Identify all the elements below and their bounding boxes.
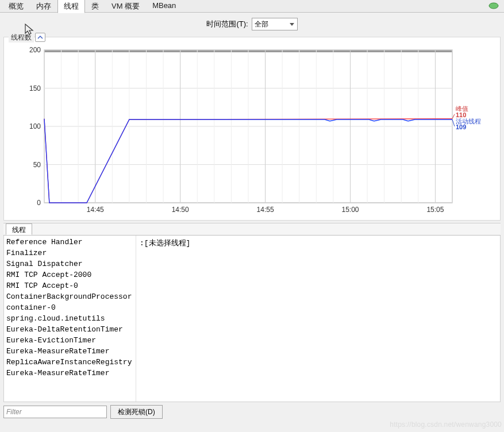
thread-list[interactable]: Reference HandlerFinalizerSignal Dispatc… <box>4 236 136 402</box>
threads-sub-tabbar: 线程 <box>3 223 501 236</box>
thread-list-item[interactable]: ContainerBackgroundProcessor <box>6 291 133 302</box>
dotted-lead: : <box>140 239 144 248</box>
filter-input[interactable] <box>3 406 107 418</box>
thread-list-item[interactable]: spring.cloud.inetutils <box>6 313 133 324</box>
svg-text:109: 109 <box>456 124 466 130</box>
threads-tab[interactable]: 线程 <box>6 223 32 235</box>
main-tab-1[interactable]: 内存 <box>30 0 57 13</box>
main-tab-4[interactable]: VM 概要 <box>105 0 146 13</box>
svg-point-0 <box>489 3 498 9</box>
thread-list-item[interactable]: Eureka-DeltaRetentionTimer <box>6 324 133 335</box>
time-range-label: 时间范围(T): <box>206 19 248 29</box>
main-tab-3[interactable]: 类 <box>85 0 105 13</box>
svg-text:150: 150 <box>29 84 41 92</box>
thread-chart-panel: 线程数 05010015020014:4514:5014:5515:0015:0… <box>3 37 501 221</box>
thread-list-item[interactable]: Reference Handler <box>6 237 133 248</box>
detect-deadlock-button[interactable]: 检测死锁(D) <box>110 405 163 419</box>
svg-text:15:05: 15:05 <box>426 206 444 214</box>
collapse-chart-button[interactable] <box>35 33 45 42</box>
thread-list-item[interactable]: ReplicaAwareInstanceRegistry <box>6 357 133 368</box>
thread-list-item[interactable]: Eureka-MeasureRateTimer <box>6 368 133 379</box>
thread-detail-placeholder: [未选择线程] <box>144 239 191 248</box>
watermark: https://blog.csdn.net/wenwang3000 <box>390 421 502 429</box>
threads-body: Reference HandlerFinalizerSignal Dispatc… <box>3 236 501 402</box>
svg-text:200: 200 <box>29 46 41 54</box>
svg-text:14:55: 14:55 <box>257 206 274 214</box>
connection-status-icon <box>488 2 499 11</box>
cursor-icon <box>24 23 34 37</box>
thread-list-item[interactable]: RMI TCP Accept-0 <box>6 280 133 291</box>
main-tabbar: 概览内存线程类VM 概要MBean <box>0 0 504 13</box>
thread-list-item[interactable]: container-0 <box>6 302 133 313</box>
svg-text:15:00: 15:00 <box>341 206 359 214</box>
thread-detail-panel: :[未选择线程] <box>136 236 500 402</box>
main-tab-0[interactable]: 概览 <box>2 0 30 13</box>
main-tab-5[interactable]: MBean <box>146 0 182 13</box>
time-range-row: 时间范围(T): 全部 <box>0 13 504 36</box>
chart-area: 05010015020014:4514:5014:5515:0015:05峰值1… <box>4 45 500 220</box>
thread-list-item[interactable]: Finalizer <box>6 248 133 259</box>
time-range-select[interactable]: 全部 <box>252 18 298 30</box>
main-tab-2[interactable]: 线程 <box>57 0 85 13</box>
thread-list-item[interactable]: Signal Dispatcher <box>6 259 133 269</box>
thread-list-item[interactable]: Eureka-EvictionTimer <box>6 335 133 346</box>
svg-text:50: 50 <box>33 161 41 169</box>
filter-row: 检测死锁(D) <box>3 404 501 419</box>
thread-list-item[interactable]: RMI TCP Accept-2000 <box>6 269 133 280</box>
svg-text:0: 0 <box>37 199 41 207</box>
thread-list-column: Reference HandlerFinalizerSignal Dispatc… <box>4 236 136 402</box>
thread-list-item[interactable]: Eureka-MeasureRateTimer <box>6 346 133 357</box>
time-range-value: 全部 <box>255 20 268 29</box>
svg-text:14:45: 14:45 <box>87 206 104 214</box>
svg-text:100: 100 <box>29 122 41 130</box>
chevron-up-icon <box>37 35 43 40</box>
svg-text:14:50: 14:50 <box>172 206 189 214</box>
